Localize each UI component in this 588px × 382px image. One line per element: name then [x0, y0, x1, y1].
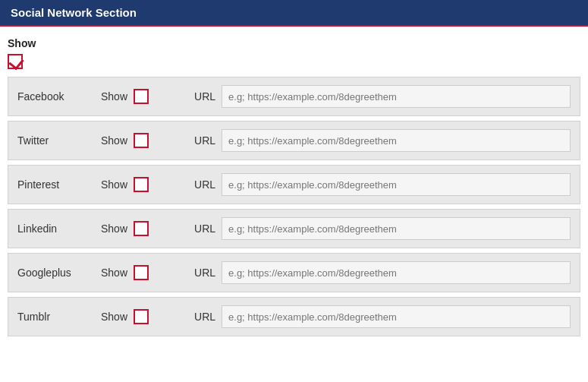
- social-row: Linkedin Show URL: [8, 209, 580, 248]
- social-row: Facebook Show URL: [8, 77, 580, 116]
- social-name-1: Twitter: [17, 134, 101, 147]
- main-show-checkbox[interactable]: [8, 54, 23, 69]
- show-checkbox-1[interactable]: [134, 133, 149, 148]
- url-input-3[interactable]: [222, 217, 571, 240]
- url-input-0[interactable]: [222, 85, 571, 108]
- url-label-5: URL: [194, 311, 215, 323]
- social-row: Tumblr Show URL: [8, 297, 580, 336]
- social-name-5: Tumblr: [17, 311, 101, 323]
- show-checkbox-5[interactable]: [134, 309, 149, 324]
- show-label-5: Show: [101, 311, 127, 323]
- show-label-4: Show: [101, 267, 127, 279]
- url-label-0: URL: [194, 90, 215, 103]
- url-label-2: URL: [194, 178, 215, 191]
- panel-title: Social Network Section: [11, 6, 137, 19]
- show-label-3: Show: [101, 223, 127, 235]
- url-label-3: URL: [194, 223, 215, 235]
- show-checkbox-3[interactable]: [134, 221, 149, 236]
- show-checkbox-2[interactable]: [134, 177, 149, 192]
- social-rows-container: Facebook Show URL Twitter Show URL Pinte…: [8, 77, 580, 336]
- main-show-label: Show: [8, 37, 580, 49]
- show-checkbox-0[interactable]: [134, 89, 149, 104]
- show-label-2: Show: [101, 178, 127, 191]
- show-label-0: Show: [101, 90, 127, 103]
- url-input-2[interactable]: [222, 173, 571, 196]
- url-input-4[interactable]: [222, 261, 571, 284]
- panel-body: Show Facebook Show URL Twitter Show URL …: [0, 27, 588, 349]
- url-input-5[interactable]: [222, 305, 571, 328]
- panel: Social Network Section Show Facebook Sho…: [0, 0, 588, 349]
- show-label-1: Show: [101, 134, 127, 147]
- social-name-3: Linkedin: [17, 223, 101, 235]
- social-row: Pinterest Show URL: [8, 165, 580, 204]
- social-row: Googleplus Show URL: [8, 253, 580, 292]
- main-checkbox-wrap: [8, 54, 580, 69]
- panel-header: Social Network Section: [0, 0, 588, 27]
- url-label-1: URL: [194, 134, 215, 147]
- social-name-2: Pinterest: [17, 178, 101, 191]
- social-row: Twitter Show URL: [8, 121, 580, 160]
- show-checkbox-4[interactable]: [134, 265, 149, 280]
- social-name-0: Facebook: [17, 90, 101, 103]
- url-input-1[interactable]: [222, 129, 571, 152]
- url-label-4: URL: [194, 267, 215, 279]
- social-name-4: Googleplus: [17, 267, 101, 279]
